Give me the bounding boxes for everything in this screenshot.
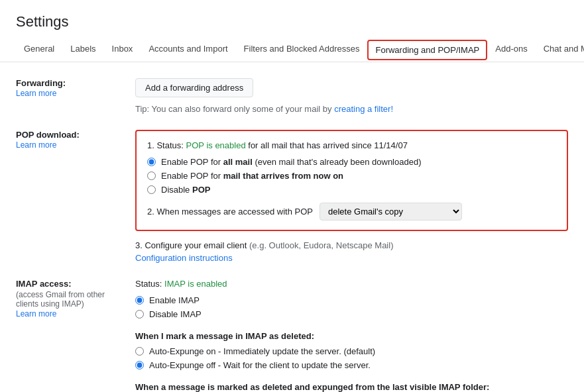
tabs-bar: General Labels Inbox Accounts and Import… <box>0 37 584 62</box>
tab-forwarding[interactable]: Forwarding and POP/IMAP <box>367 40 487 60</box>
when-accessed-row: 2. When messages are accessed with POP d… <box>147 203 556 220</box>
pop-label-area: POP download: Learn more <box>16 130 135 263</box>
forwarding-learn-more[interactable]: Learn more <box>16 89 56 98</box>
imap-expunged-title: When a message is marked as deleted and … <box>135 382 568 392</box>
pop-label: POP download: <box>16 130 125 140</box>
imap-content: Status: IMAP is enabled Enable IMAP Disa… <box>135 279 568 392</box>
forwarding-content: Add a forwarding address Tip: You can al… <box>135 78 568 114</box>
tab-accounts-import[interactable]: Accounts and Import <box>141 37 235 62</box>
tab-chat[interactable]: Chat and Meet <box>536 37 584 62</box>
pop-disable-radio[interactable] <box>147 185 156 194</box>
forwarding-label: Forwarding: <box>16 78 125 88</box>
pop-option-now: Enable POP for mail that arrives from no… <box>147 171 556 181</box>
pop-config-instructions-link[interactable]: Configuration instructions <box>135 253 568 263</box>
forwarding-section: Forwarding: Learn more Add a forwarding … <box>16 78 568 114</box>
imap-option-disable: Disable IMAP <box>135 309 568 319</box>
pop-now-radio[interactable] <box>147 172 156 180</box>
pop-learn-more[interactable]: Learn more <box>16 140 56 150</box>
pop-configure-text: 3. Configure your email client (e.g. Out… <box>135 240 393 250</box>
imap-expunged-section: When a message is marked as deleted and … <box>135 382 568 392</box>
imap-option-enable: Enable IMAP <box>135 295 568 305</box>
tab-filters[interactable]: Filters and Blocked Addresses <box>236 37 368 62</box>
pop-status: 1. Status: POP is enabled for all mail t… <box>147 140 556 150</box>
pop-enabled-text: POP is enabled <box>186 140 246 150</box>
pop-section: POP download: Learn more 1. Status: POP … <box>16 130 568 263</box>
forwarding-label-area: Forwarding: Learn more <box>16 78 135 114</box>
tab-addons[interactable]: Add-ons <box>487 37 535 62</box>
tab-inbox[interactable]: Inbox <box>104 37 141 62</box>
pop-option-disable: Disable POP <box>147 185 556 195</box>
imap-when-deleted-title: When I mark a message in IMAP as deleted… <box>135 331 568 341</box>
auto-expunge-on-radio[interactable] <box>135 347 144 356</box>
imap-section: IMAP access: (access Gmail from other cl… <box>16 279 568 392</box>
imap-enable-label: Enable IMAP <box>149 295 200 305</box>
imap-when-deleted: When I mark a message in IMAP as deleted… <box>135 331 568 370</box>
page-title: Settings <box>0 0 584 37</box>
pop-all-label: Enable POP for all mail (even mail that'… <box>161 157 422 167</box>
tab-general[interactable]: General <box>16 37 62 62</box>
imap-learn-more[interactable]: Learn more <box>16 309 56 318</box>
imap-enabled-text: IMAP is enabled <box>164 279 227 289</box>
pop-box: 1. Status: POP is enabled for all mail t… <box>135 130 568 231</box>
imap-status: Status: IMAP is enabled <box>135 279 568 289</box>
tab-labels[interactable]: Labels <box>62 37 103 62</box>
pop-disable-label: Disable POP <box>161 185 210 195</box>
imap-expunge-off-option: Auto-Expunge off - Wait for the client t… <box>135 360 568 370</box>
auto-expunge-on-label: Auto-Expunge on - Immediately update the… <box>149 346 375 356</box>
pop-content: 1. Status: POP is enabled for all mail t… <box>135 130 568 263</box>
pop-all-radio[interactable] <box>147 158 156 166</box>
imap-label-sub: (access Gmail from other clients using I… <box>16 290 125 309</box>
creating-filter-link[interactable]: creating a filter! <box>334 104 393 114</box>
pop-now-label: Enable POP for mail that arrives from no… <box>161 171 343 181</box>
add-forwarding-address-button[interactable]: Add a forwarding address <box>135 78 253 97</box>
pop-option-all: Enable POP for all mail (even mail that'… <box>147 157 556 167</box>
imap-enable-radio[interactable] <box>135 296 144 305</box>
imap-label-area: IMAP access: (access Gmail from other cl… <box>16 279 135 392</box>
forwarding-tip: Tip: You can also forward only some of y… <box>135 104 568 114</box>
when-accessed-select[interactable]: delete Gmail's copy keep Gmail's copy in… <box>320 203 462 220</box>
imap-disable-label: Disable IMAP <box>149 309 202 319</box>
when-accessed-label: 2. When messages are accessed with POP <box>147 207 313 217</box>
imap-expunge-on-option: Auto-Expunge on - Immediately update the… <box>135 346 568 356</box>
auto-expunge-off-radio[interactable] <box>135 361 144 369</box>
pop-configure: 3. Configure your email client (e.g. Out… <box>135 240 568 263</box>
imap-disable-radio[interactable] <box>135 310 144 318</box>
imap-label: IMAP access: <box>16 279 125 289</box>
auto-expunge-off-label: Auto-Expunge off - Wait for the client t… <box>149 360 371 370</box>
